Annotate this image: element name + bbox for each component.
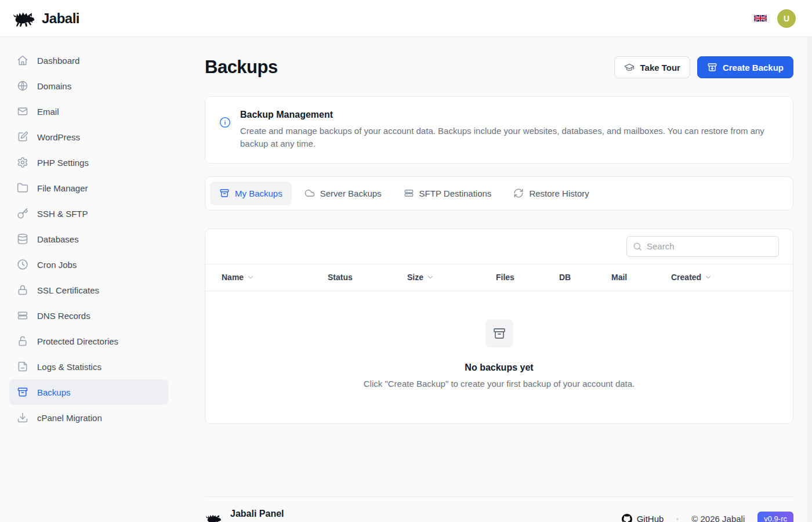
info-box-title: Backup Management [240, 110, 768, 120]
info-box-body: Create and manage backups of your accoun… [240, 125, 768, 150]
take-tour-button[interactable]: Take Tour [614, 56, 690, 78]
sidebar-item-php-settings[interactable]: PHP Settings [9, 150, 168, 175]
column-header-files: Files [496, 273, 559, 282]
tab-my-backups[interactable]: My Backups [210, 182, 292, 205]
cloud-icon [304, 188, 315, 198]
sidebar-item-backups[interactable]: Backups [9, 379, 168, 405]
clock-icon [17, 259, 28, 270]
archive-down-icon [707, 62, 717, 72]
server-icon [404, 188, 414, 198]
column-header-size[interactable]: Size [407, 273, 496, 282]
column-header-db: DB [559, 273, 611, 282]
copyright-text: © 2026 Jabali [691, 514, 745, 522]
sidebar: Dashboard Domains Email WordPress PHP Se… [0, 37, 177, 522]
mail-icon [17, 106, 28, 117]
database-icon [17, 233, 28, 245]
sidebar-item-cpanel-migration[interactable]: cPanel Migration [9, 405, 168, 430]
sidebar-item-wordpress[interactable]: WordPress [9, 124, 168, 150]
sidebar-item-domains[interactable]: Domains [9, 73, 168, 99]
empty-state-title: No backups yet [465, 362, 533, 373]
uk-flag-icon[interactable] [754, 14, 767, 23]
sidebar-item-ssl-certificates[interactable]: SSL Certificates [9, 277, 168, 303]
lock-icon [17, 335, 28, 347]
boar-logo-icon [12, 10, 36, 27]
graduation-cap-icon [624, 62, 635, 72]
search-input[interactable] [626, 236, 779, 257]
server-icon [17, 310, 28, 321]
sidebar-item-cron-jobs[interactable]: Cron Jobs [9, 252, 168, 277]
search-icon [633, 242, 642, 251]
boar-logo-icon [205, 513, 222, 522]
backup-management-info-box: Backup Management Create and manage back… [205, 96, 793, 164]
backup-tabs: My Backups Server Backups SFTP Destinati… [205, 176, 793, 211]
user-avatar[interactable]: U [777, 9, 796, 28]
brand-logo[interactable]: Jabali [12, 10, 79, 27]
scrollbar[interactable] [808, 37, 812, 522]
tab-server-backups[interactable]: Server Backups [295, 182, 391, 205]
page-title: Backups [205, 57, 278, 78]
chevron-down-icon [246, 273, 255, 281]
sidebar-item-file-manager[interactable]: File Manager [9, 175, 168, 201]
archive-icon [219, 188, 230, 198]
download-icon [17, 412, 28, 423]
column-header-status: Status [328, 273, 407, 282]
sidebar-item-dns-records[interactable]: DNS Records [9, 303, 168, 328]
empty-state: No backups yet Click "Create Backup" to … [205, 291, 793, 423]
file-text-icon [17, 361, 28, 372]
key-icon [17, 208, 28, 219]
sidebar-item-logs-statistics[interactable]: Logs & Statistics [9, 354, 168, 379]
create-backup-button[interactable]: Create Backup [697, 56, 793, 78]
tab-sftp-destinations[interactable]: SFTP Destinations [394, 182, 501, 205]
brand-name: Jabali [42, 10, 79, 27]
gear-icon [17, 157, 28, 168]
backups-table-card: Name Status Size Files DB Mail [205, 229, 793, 424]
column-header-name[interactable]: Name [222, 273, 328, 282]
pen-icon [17, 131, 28, 143]
folder-icon [17, 182, 28, 194]
column-header-created[interactable]: Created [671, 273, 779, 282]
chevron-down-icon [426, 273, 434, 281]
info-icon [219, 117, 231, 150]
version-badge[interactable]: v0.9-rc [757, 512, 793, 522]
footer-brand: Jabali Panel [230, 509, 321, 519]
globe-icon [17, 80, 28, 92]
refresh-icon [513, 188, 524, 198]
sidebar-item-databases[interactable]: Databases [9, 226, 168, 252]
main-content: Backups Take Tour Create Backup Backup M… [177, 37, 812, 522]
top-bar: Jabali U [0, 0, 812, 37]
archive-icon [17, 386, 28, 398]
sidebar-item-protected-directories[interactable]: Protected Directories [9, 328, 168, 354]
empty-archive-icon [485, 320, 513, 347]
footer: Jabali Panel Web Hosting Control Panel G… [205, 496, 793, 522]
sidebar-item-email[interactable]: Email [9, 99, 168, 124]
github-link[interactable]: GitHub [622, 514, 664, 522]
sidebar-item-dashboard[interactable]: Dashboard [9, 48, 168, 73]
sidebar-item-ssh-sftp[interactable]: SSH & SFTP [9, 201, 168, 226]
dot-separator [676, 518, 679, 520]
lock-icon [17, 284, 28, 296]
empty-state-description: Click "Create Backup" to create your fir… [364, 379, 635, 389]
home-icon [17, 55, 28, 66]
table-header-row: Name Status Size Files DB Mail [205, 264, 793, 291]
column-header-mail: Mail [611, 273, 671, 282]
github-icon [622, 514, 632, 522]
chevron-down-icon [704, 273, 712, 281]
tab-restore-history[interactable]: Restore History [504, 182, 598, 205]
